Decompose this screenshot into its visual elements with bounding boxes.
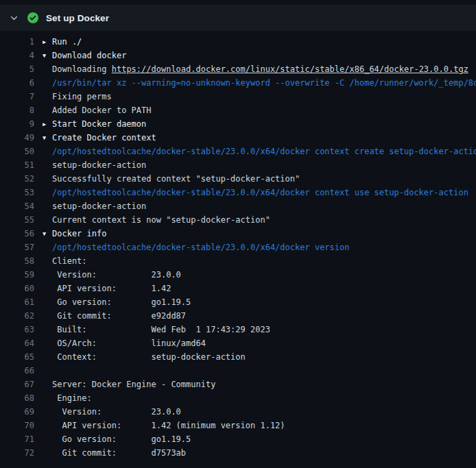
log-text: setup-docker-action [43, 158, 476, 172]
line-number[interactable]: 9 [0, 117, 34, 131]
line-number[interactable]: 66 [0, 364, 34, 378]
log-line: 51setup-docker-action [0, 158, 476, 172]
log-text: Engine: [43, 391, 476, 405]
line-number[interactable]: 53 [0, 186, 34, 199]
group-header-content[interactable]: ▶Start Docker daemon [43, 117, 476, 131]
group-header-content[interactable]: ▶Run ./ [43, 35, 476, 49]
line-number[interactable]: 6 [0, 76, 34, 90]
group-title: Docker info [52, 229, 106, 238]
log-line: 7Fixing perms [0, 90, 476, 103]
step-header[interactable]: Set up Docker [0, 5, 476, 31]
log-line: 6/usr/bin/tar xz --warning=no-unknown-ke… [0, 76, 476, 90]
log-line: 8Added Docker to PATH [0, 103, 476, 117]
log-line: 54setup-docker-action [0, 199, 476, 213]
chevron-down-icon[interactable] [10, 14, 19, 23]
command-text: /opt/hostedtoolcache/docker-stable/23.0.… [43, 145, 476, 158]
group-header-content[interactable]: ▼Download docker [43, 49, 476, 62]
line-number[interactable]: 56 [0, 227, 34, 241]
line-number[interactable]: 67 [0, 378, 34, 391]
log-text: Go version: go1.19.5 [43, 432, 476, 446]
log-text: Fixing perms [43, 90, 476, 103]
group-header-content[interactable]: ▼Create Docker context [43, 131, 476, 145]
line-number[interactable]: 59 [0, 268, 34, 282]
line-number[interactable]: 65 [0, 350, 34, 364]
log-text: Version: 23.0.0 [43, 268, 476, 282]
log-line: 59 Version: 23.0.0 [0, 268, 476, 282]
group-expanded-icon: ▼ [43, 227, 52, 241]
download-url-link[interactable]: https://download.docker.com/linux/static… [112, 64, 468, 74]
log-group-row[interactable]: 4▼Download docker [0, 49, 476, 62]
line-number[interactable]: 57 [0, 241, 34, 254]
log-text: setup-docker-action [43, 199, 476, 213]
line-number[interactable]: 58 [0, 254, 34, 268]
actions-log-panel: Set up Docker 1▶Run ./4▼Download docker5… [0, 0, 476, 468]
log-line: 52Successfully created context "setup-do… [0, 172, 476, 186]
line-number[interactable]: 54 [0, 199, 34, 213]
group-header-content[interactable]: ▼Docker info [43, 227, 476, 241]
line-number[interactable]: 1 [0, 35, 34, 49]
line-number[interactable]: 71 [0, 432, 34, 446]
line-number[interactable]: 49 [0, 131, 34, 145]
log-line: 57/opt/hostedtoolcache/docker-stable/23.… [0, 241, 476, 254]
group-collapsed-icon: ▶ [43, 117, 52, 131]
log-line: 69 Version: 23.0.0 [0, 405, 476, 419]
log-group-row[interactable]: 56▼Docker info [0, 227, 476, 241]
log-line: 55Current context is now "setup-docker-a… [0, 213, 476, 227]
group-title: Create Docker context [52, 133, 156, 143]
line-number[interactable]: 68 [0, 391, 34, 405]
line-number[interactable]: 8 [0, 103, 34, 117]
log-line: 60 API version: 1.42 [0, 282, 476, 295]
log-line: 53/opt/hostedtoolcache/docker-stable/23.… [0, 186, 476, 199]
log-line: 50/opt/hostedtoolcache/docker-stable/23.… [0, 145, 476, 158]
log-text-prefix: Downloading [52, 64, 112, 74]
line-number[interactable]: 5 [0, 62, 34, 76]
empty-line [43, 364, 476, 378]
log-line: 72 Git commit: d7573ab [0, 446, 476, 460]
log-text: API version: 1.42 (minimum version 1.12) [43, 419, 476, 432]
line-number[interactable]: 64 [0, 336, 34, 350]
log-text: Downloading https://download.docker.com/… [43, 62, 476, 76]
log-line: 66 [0, 364, 476, 378]
group-expanded-icon: ▼ [43, 49, 52, 62]
line-number[interactable]: 7 [0, 90, 34, 103]
group-collapsed-icon: ▶ [43, 35, 52, 49]
line-number[interactable]: 62 [0, 309, 34, 323]
log-line: 63 Built: Wed Feb 1 17:43:29 2023 [0, 323, 476, 336]
log-text: Version: 23.0.0 [43, 405, 476, 419]
line-number[interactable]: 51 [0, 158, 34, 172]
group-title: Download docker [52, 51, 126, 60]
log-text: Server: Docker Engine - Community [43, 378, 476, 391]
log-group-row[interactable]: 1▶Run ./ [0, 35, 476, 49]
line-number[interactable]: 61 [0, 295, 34, 309]
log-text: OS/Arch: linux/amd64 [43, 336, 476, 350]
line-number[interactable]: 4 [0, 49, 34, 62]
log-text: Context: setup-docker-action [43, 350, 476, 364]
log-line: 58Client: [0, 254, 476, 268]
log-group-row[interactable]: 49▼Create Docker context [0, 131, 476, 145]
log-text: Git commit: e92dd87 [43, 309, 476, 323]
log-text: API version: 1.42 [43, 282, 476, 295]
line-number[interactable]: 50 [0, 145, 34, 158]
log-text: Built: Wed Feb 1 17:43:29 2023 [43, 323, 476, 336]
log-text: Client: [43, 254, 476, 268]
line-number[interactable]: 63 [0, 323, 34, 336]
line-number[interactable]: 69 [0, 405, 34, 419]
check-circle-icon [27, 12, 38, 23]
log-line: 68 Engine: [0, 391, 476, 405]
step-title: Set up Docker [46, 13, 109, 23]
log-line: 70 API version: 1.42 (minimum version 1.… [0, 419, 476, 432]
log-group-row[interactable]: 9▶Start Docker daemon [0, 117, 476, 131]
log-line: 67Server: Docker Engine - Community [0, 378, 476, 391]
command-text: /opt/hostedtoolcache/docker-stable/23.0.… [43, 241, 476, 254]
log-text: Successfully created context "setup-dock… [43, 172, 476, 186]
log-line: 62 Git commit: e92dd87 [0, 309, 476, 323]
line-number[interactable]: 72 [0, 446, 34, 460]
log-line: 65 Context: setup-docker-action [0, 350, 476, 364]
log-lines: 1▶Run ./4▼Download docker5Downloading ht… [0, 31, 476, 460]
line-number[interactable]: 52 [0, 172, 34, 186]
line-number[interactable]: 55 [0, 213, 34, 227]
log-text: Git commit: d7573ab [43, 446, 476, 460]
line-number[interactable]: 70 [0, 419, 34, 432]
log-line: 71 Go version: go1.19.5 [0, 432, 476, 446]
line-number[interactable]: 60 [0, 282, 34, 295]
